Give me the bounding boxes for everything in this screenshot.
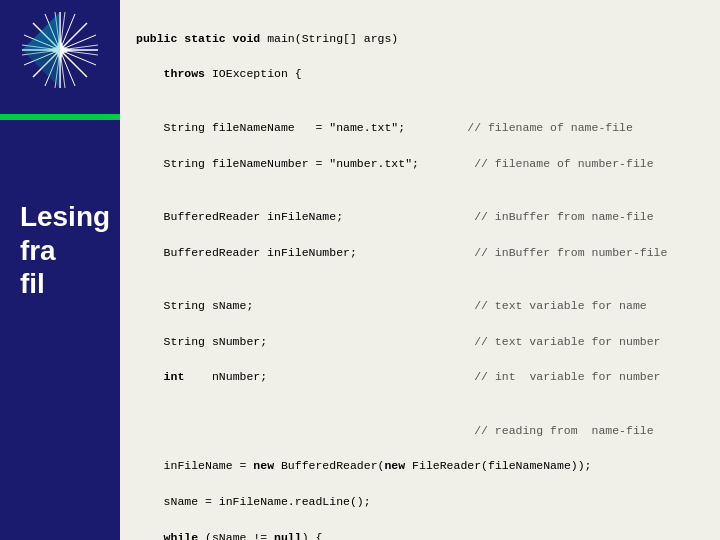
green-divider [0,114,120,120]
code-content: public static void main(String[] args) t… [136,12,704,540]
main-code-panel: public static void main(String[] args) t… [120,0,720,540]
sidebar-title: Lesing fra fil [10,200,110,301]
star-icon [20,10,100,90]
left-panel: Lesing fra fil [0,0,120,540]
